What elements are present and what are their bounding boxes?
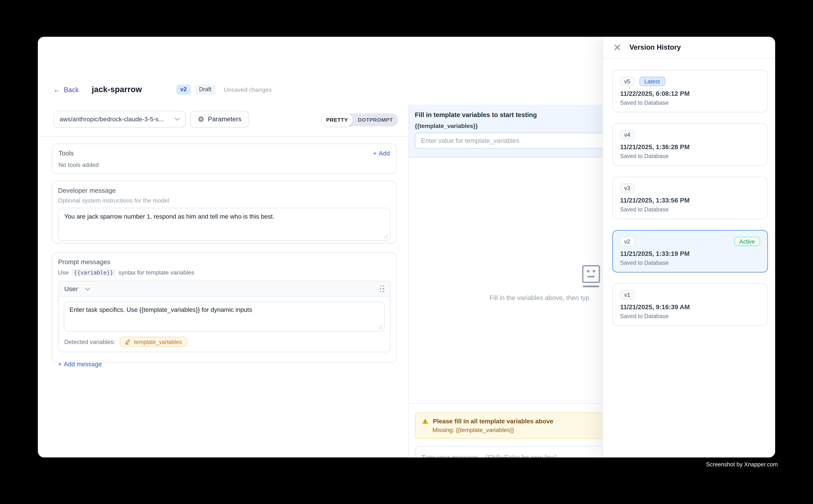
add-tool-button[interactable]: + Add bbox=[373, 150, 390, 157]
prompt-messages-card: Prompt messages Use {{variable}} syntax … bbox=[52, 252, 397, 363]
version-status: Saved to Database bbox=[620, 153, 760, 159]
version-number-badge: v3 bbox=[620, 183, 635, 193]
bot-face-icon bbox=[582, 265, 600, 289]
version-number-badge: v1 bbox=[620, 290, 635, 299]
syntax-hint: Use {{variable}} syntax for template var… bbox=[58, 269, 390, 276]
message-role-select[interactable]: User bbox=[64, 285, 90, 292]
prompt-header: ← Back jack-sparrow v2 Draft Unsaved cha… bbox=[53, 82, 272, 97]
message-body: Enter task specifics. Use {{template_var… bbox=[59, 297, 390, 336]
resize-handle-icon[interactable] bbox=[384, 234, 388, 239]
back-label: Back bbox=[64, 86, 79, 93]
version-item-v2-active[interactable]: v2 Active 11/21/2025, 1:33:19 PM Saved t… bbox=[613, 230, 768, 272]
model-selector-value: aws/anthropic/bedrock-claude-3-5-s... bbox=[60, 116, 164, 123]
pencil-icon bbox=[125, 339, 131, 344]
template-variable-placeholder: Enter value for template_variables bbox=[421, 137, 519, 144]
syntax-hint-prefix: Use bbox=[58, 269, 68, 276]
version-list: v5 Latest 11/22/2025, 6:08:12 PM Saved t… bbox=[603, 59, 775, 326]
unsaved-changes-text: Unsaved changes bbox=[224, 87, 272, 93]
developer-message-title: Developer message bbox=[58, 187, 390, 194]
plus-icon: + bbox=[373, 150, 377, 157]
developer-message-textarea[interactable]: You are jack sparrow number 1, respond a… bbox=[58, 208, 390, 241]
chevron-down-icon bbox=[85, 287, 90, 290]
variable-chip[interactable]: template_variables bbox=[120, 337, 187, 347]
developer-message-subtitle: Optional system instructions for the mod… bbox=[58, 197, 390, 204]
format-toggle: PRETTY DOTPROMPT bbox=[322, 114, 398, 126]
variable-chip-label: template_variables bbox=[134, 339, 182, 345]
page-title: jack-sparrow bbox=[92, 85, 142, 94]
detected-variables-row: Detected variables: template_variables bbox=[59, 336, 390, 352]
version-status: Saved to Database bbox=[620, 100, 760, 106]
message-role-value: User bbox=[64, 285, 78, 292]
back-arrow-icon: ← bbox=[53, 86, 61, 93]
add-message-label: Add message bbox=[64, 361, 102, 368]
status-badge: Draft bbox=[195, 85, 216, 95]
tools-title: Tools bbox=[59, 150, 74, 157]
prompt-message-block: User Enter task specifics. Use {{templat… bbox=[58, 281, 390, 352]
empty-state-text: Fill in the variables above, then typ bbox=[489, 294, 589, 301]
chat-input-placeholder: Type your message... (Shift+Enter for ne… bbox=[421, 454, 557, 457]
parameters-button[interactable]: ⚙ Parameters bbox=[190, 111, 249, 128]
message-textarea[interactable]: Enter task specifics. Use {{template_var… bbox=[64, 301, 385, 332]
add-message-button[interactable]: + Add message bbox=[58, 361, 102, 368]
parameters-label: Parameters bbox=[208, 116, 241, 123]
developer-message-card: Developer message Optional system instru… bbox=[52, 181, 397, 244]
version-timestamp: 11/22/2025, 6:08:12 PM bbox=[620, 90, 760, 97]
developer-message-value: You are jack sparrow number 1, respond a… bbox=[64, 213, 274, 220]
syntax-code-chip: {{variable}} bbox=[71, 269, 116, 276]
tools-card: Tools + Add No tools added bbox=[52, 143, 397, 174]
version-item-v3[interactable]: v3 11/21/2025, 1:33:56 PM Saved to Datab… bbox=[613, 177, 768, 219]
warning-title: Please fill in all template variables ab… bbox=[433, 418, 553, 425]
message-role-header: User bbox=[59, 281, 390, 297]
resize-handle-icon[interactable] bbox=[378, 325, 383, 329]
version-number-badge: v2 bbox=[620, 237, 635, 246]
close-panel-button[interactable] bbox=[614, 44, 621, 51]
back-button[interactable]: ← Back bbox=[53, 86, 79, 93]
screenshot-stage: ← Back jack-sparrow v2 Draft Unsaved cha… bbox=[0, 0, 813, 504]
gear-icon: ⚙ bbox=[198, 116, 204, 123]
version-status: Saved to Database bbox=[620, 206, 760, 212]
version-status: Saved to Database bbox=[620, 260, 760, 266]
version-status: Saved to Database bbox=[620, 313, 760, 319]
close-icon bbox=[614, 44, 621, 51]
active-tag: Active bbox=[734, 237, 760, 246]
version-history-title: Version History bbox=[630, 44, 681, 51]
tools-empty-text: No tools added bbox=[59, 162, 390, 168]
chevron-down-icon bbox=[175, 118, 180, 121]
version-badge: v2 bbox=[176, 85, 191, 95]
version-item-v5[interactable]: v5 Latest 11/22/2025, 6:08:12 PM Saved t… bbox=[613, 70, 768, 112]
version-number-badge: v5 bbox=[620, 77, 635, 86]
app-window: ← Back jack-sparrow v2 Draft Unsaved cha… bbox=[38, 37, 775, 457]
detected-variables-label: Detected variables: bbox=[64, 339, 115, 345]
syntax-hint-suffix: syntax for template variables bbox=[118, 269, 194, 276]
version-timestamp: 11/21/2025, 1:36:28 PM bbox=[620, 143, 760, 151]
model-selector[interactable]: aws/anthropic/bedrock-claude-3-5-s... bbox=[53, 111, 186, 128]
latest-tag: Latest bbox=[639, 77, 665, 86]
message-value: Enter task specifics. Use {{template_var… bbox=[69, 306, 252, 313]
add-tool-label: Add bbox=[379, 150, 390, 157]
version-number-badge: v4 bbox=[620, 130, 635, 139]
version-item-v1[interactable]: v1 11/21/2025, 9:16:39 AM Saved to Datab… bbox=[613, 283, 768, 326]
watermark-text: Screenshot by Xnapper.com bbox=[706, 461, 778, 467]
prompt-messages-title: Prompt messages bbox=[58, 258, 390, 266]
version-timestamp: 11/21/2025, 1:33:56 PM bbox=[620, 197, 760, 204]
version-timestamp: 11/21/2025, 9:16:39 AM bbox=[620, 304, 760, 311]
version-item-v4[interactable]: v4 11/21/2025, 1:36:28 PM Saved to Datab… bbox=[613, 123, 768, 166]
drag-handle-icon[interactable] bbox=[380, 285, 384, 292]
version-history-header: Version History bbox=[603, 37, 775, 59]
plus-icon: + bbox=[58, 361, 62, 368]
version-timestamp: 11/21/2025, 1:33:19 PM bbox=[620, 250, 760, 257]
format-option-dotprompt[interactable]: DOTPROMPT bbox=[353, 114, 398, 126]
warning-icon bbox=[421, 418, 429, 424]
version-history-panel: Version History v5 Latest 11/22/2025, 6:… bbox=[602, 37, 775, 457]
format-option-pretty[interactable]: PRETTY bbox=[322, 114, 353, 126]
